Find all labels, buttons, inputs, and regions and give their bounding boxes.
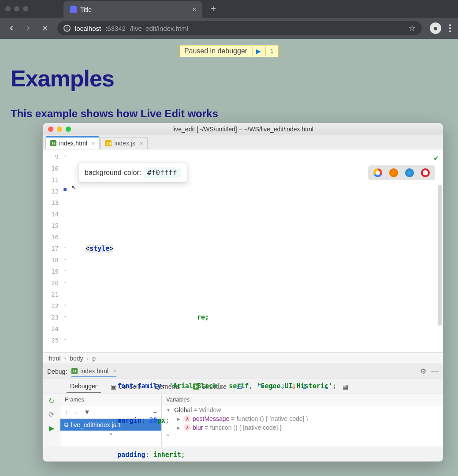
editor-tab-label: index.js xyxy=(114,140,135,147)
opera-icon[interactable] xyxy=(421,168,430,177)
chrome-icon[interactable] xyxy=(373,168,382,177)
url-port: :63342 xyxy=(105,25,126,32)
ide-titlebar[interactable]: live_edit [~/WS/untitled] – ~/WS/live_ed… xyxy=(43,123,443,135)
code-area[interactable]: ↖ background-color: #f0ffff ✔ <style> xyxy=(69,149,443,352)
mouse-cursor-icon: ↖ xyxy=(72,181,76,193)
js-file-icon: JS xyxy=(105,140,112,146)
ide-minimize-button[interactable] xyxy=(57,126,62,132)
new-tab-button[interactable]: + xyxy=(210,3,216,15)
open-in-browser-toolbar xyxy=(368,165,435,180)
debugger-paused-text: Paused in debugger xyxy=(180,45,252,57)
forward-button[interactable] xyxy=(24,24,33,33)
browser-tab-strip: Title × + xyxy=(0,0,458,18)
code-line: margin: 20px; xyxy=(71,415,443,426)
html-file-icon: H xyxy=(50,140,56,146)
ide-zoom-button[interactable] xyxy=(66,126,71,132)
back-button[interactable] xyxy=(7,24,16,33)
breadcrumb-item[interactable]: html xyxy=(49,355,60,362)
sync-icon[interactable]: ⟳ xyxy=(48,410,54,419)
ide-title: live_edit [~/WS/untitled] – ~/WS/live_ed… xyxy=(172,126,313,133)
window-close[interactable] xyxy=(5,6,11,11)
window-minimize[interactable] xyxy=(14,6,19,11)
site-info-icon[interactable]: i xyxy=(63,25,71,32)
tab-title: Title xyxy=(80,6,92,13)
code-editor[interactable]: 910111213141516171819202122232425 ⌄■⌄⌄⌄⌄… xyxy=(43,149,443,352)
rerun-icon[interactable]: ↻ xyxy=(48,397,54,405)
close-tab-icon[interactable]: × xyxy=(92,140,95,147)
line-number-gutter: 910111213141516171819202122232425 xyxy=(43,149,61,352)
profile-avatar-icon[interactable]: ● xyxy=(430,22,441,34)
debugger-paused-banner: Paused in debugger ▶ ⤵ xyxy=(179,45,279,57)
inspection-ok-icon[interactable]: ✔ xyxy=(434,152,439,164)
ide-close-button[interactable] xyxy=(48,126,53,132)
favicon-icon xyxy=(70,6,77,13)
editor-tab-index-js[interactable]: JS index.js × xyxy=(101,137,148,149)
address-bar[interactable]: i localhost:63342/live_edit/index.html ☆ xyxy=(57,21,422,35)
html-file-icon: H xyxy=(71,368,78,374)
ide-window: live_edit [~/WS/untitled] – ~/WS/live_ed… xyxy=(42,123,443,462)
code-line: <style> xyxy=(71,243,443,254)
code-line xyxy=(71,277,443,289)
window-controls xyxy=(5,6,28,11)
page-heading-1: Examples xyxy=(11,65,449,92)
prev-frame-icon[interactable]: ↑ xyxy=(65,408,68,416)
stop-reload-button[interactable] xyxy=(41,24,49,33)
bookmark-icon[interactable]: ☆ xyxy=(409,23,416,33)
firefox-icon[interactable] xyxy=(389,168,398,177)
code-line xyxy=(71,346,443,357)
tooltip-label: background-color: xyxy=(85,169,141,177)
page-heading-2: This example shows how Live Edit works xyxy=(11,108,449,120)
code-line: re; xyxy=(71,312,443,323)
window-maximize[interactable] xyxy=(23,6,28,11)
browser-menu-icon[interactable] xyxy=(449,24,451,32)
url-path: /live_edit/index.html xyxy=(130,25,188,32)
browser-toolbar: i localhost:63342/live_edit/index.html ☆… xyxy=(0,18,458,39)
close-tab-icon[interactable]: × xyxy=(192,6,196,14)
color-tooltip: background-color: #f0ffff xyxy=(78,163,187,182)
editor-tab-bar: H index.html × JS index.js × xyxy=(43,135,443,149)
rendered-page: Paused in debugger ▶ ⤵ Examples This exa… xyxy=(0,39,458,476)
frame-icon: ⧉ xyxy=(64,421,68,428)
code-line: font-family: 'Arial Black', serif, 'Sego… xyxy=(71,380,443,392)
debug-label: Debug: xyxy=(47,368,67,375)
debugger-resume-button[interactable]: ▶ xyxy=(252,46,265,56)
code-line: padding: inherit; xyxy=(71,449,443,461)
tooltip-value: #f0ffff xyxy=(144,167,180,178)
safari-icon[interactable] xyxy=(405,168,414,177)
resume-icon[interactable]: ▶ xyxy=(49,424,54,432)
vertical-scrollbar[interactable] xyxy=(438,185,442,326)
editor-tab-label: index.html xyxy=(59,140,87,147)
debug-run-controls: ↻ ⟳ ▶ xyxy=(43,394,60,446)
url-host: localhost xyxy=(75,25,101,32)
browser-tab[interactable]: Title × xyxy=(63,1,202,18)
editor-tab-index-html[interactable]: H index.html × xyxy=(45,136,100,149)
debugger-step-button[interactable]: ⤵ xyxy=(265,46,278,56)
fold-gutter[interactable]: ⌄■⌄⌄⌄⌄⌄⌄⌄ xyxy=(61,149,69,352)
close-tab-icon[interactable]: × xyxy=(140,140,143,147)
